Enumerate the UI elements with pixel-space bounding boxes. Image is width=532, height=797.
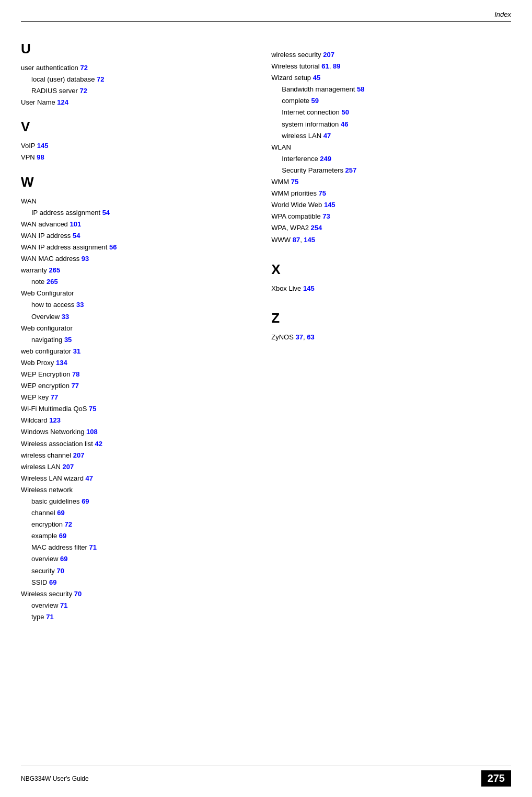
entry-x: Xbox Live 145 <box>271 283 511 294</box>
header-title: Index <box>494 10 511 18</box>
index-content: U user authentication 72 local (user) da… <box>21 30 511 623</box>
entry-w: WAN IP address assignment 54 WAN advance… <box>21 196 250 623</box>
section-z: Z <box>271 310 511 326</box>
left-column: U user authentication 72 local (user) da… <box>21 30 266 623</box>
page-header: Index <box>21 10 511 22</box>
footer-page-number: 275 <box>481 770 511 787</box>
right-column: wireless security 207 Wireless tutorial … <box>266 30 511 623</box>
footer-left-text: NBG334W User's Guide <box>21 775 89 782</box>
entry-user-authentication: user authentication 72 local (user) data… <box>21 62 250 108</box>
entry-v: VoIP 145 VPN 98 <box>21 140 250 163</box>
section-v: V <box>21 119 250 135</box>
page-footer: NBG334W User's Guide 275 <box>21 766 511 787</box>
entry-w-right: wireless security 207 Wireless tutorial … <box>271 49 511 246</box>
section-u: U <box>21 41 250 57</box>
page: Index U user authentication 72 local (us… <box>0 0 532 797</box>
section-w: W <box>21 174 250 190</box>
section-x: X <box>271 261 511 278</box>
entry-z: ZyNOS 37, 63 <box>271 332 511 343</box>
